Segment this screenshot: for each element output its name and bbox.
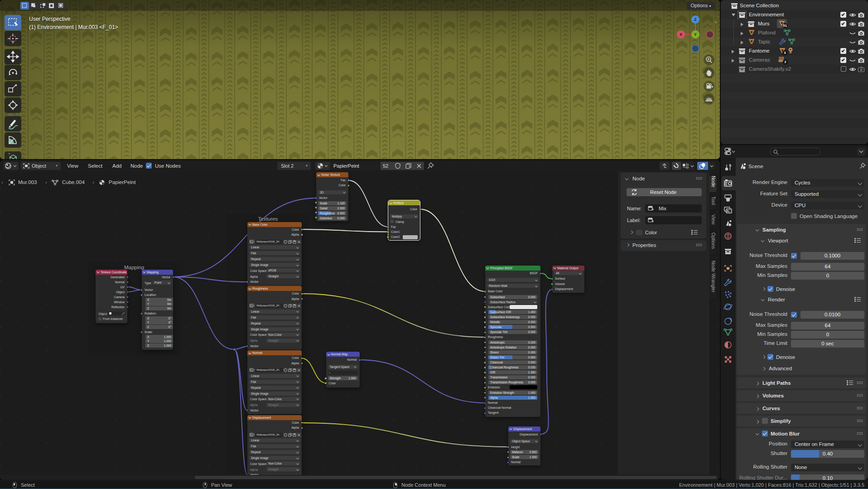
svg-text:Z: Z <box>694 17 697 22</box>
svg-text:Y: Y <box>694 32 697 37</box>
svg-text:X: X <box>680 32 683 37</box>
